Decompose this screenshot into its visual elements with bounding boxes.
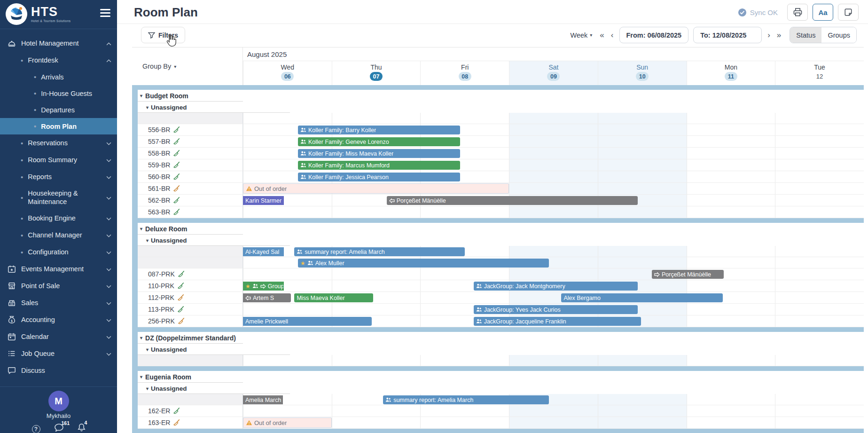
sidebar-item-booking-engine[interactable]: •Booking Engine — [0, 210, 117, 227]
notifications-bell-icon[interactable]: 4 — [78, 423, 86, 433]
sidebar-item-frontdesk[interactable]: •Frontdesk — [0, 52, 117, 69]
sidebar-item-point-of-sale[interactable]: Point of Sale — [0, 277, 117, 294]
to-date-input[interactable]: To: 12/08/2025 — [693, 27, 762, 43]
booking-bar[interactable]: JackGroup: Yves Jack Curios — [474, 305, 638, 314]
sidebar-item-room-plan[interactable]: •Room Plan — [0, 118, 117, 134]
room-timeline[interactable] — [243, 355, 864, 366]
booking-bar[interactable]: Al-Kayed Sal — [243, 247, 284, 256]
nav-first-button[interactable]: « — [599, 31, 605, 40]
toggle-groups[interactable]: Groups — [821, 27, 856, 43]
group-header-dz-doppelzimmer-standard[interactable]: ▾DZ (Doppelzimmer Standard) — [132, 332, 864, 344]
subgroup-header-unassigned[interactable]: ▾Unassigned — [132, 102, 864, 113]
sidebar-item-channel-manager[interactable]: •Channel Manager — [0, 227, 117, 244]
booking-bar[interactable]: summary report: Amelia March — [383, 395, 549, 404]
group-header-budget-room[interactable]: ▾Budget Room — [132, 90, 864, 102]
out-of-order-bar[interactable]: Out of order — [243, 183, 509, 194]
sidebar-item-configuration[interactable]: •Configuration — [0, 244, 117, 260]
text-size-button[interactable]: Aa — [813, 4, 833, 21]
day-header-sun[interactable]: Sun10 — [598, 61, 687, 85]
group-header-eugenia-room[interactable]: ▾Eugenia Room — [132, 371, 864, 383]
day-header-wed[interactable]: Wed06 — [243, 61, 332, 85]
room-timeline[interactable]: Koller Family: Marcus Mumford — [243, 159, 864, 171]
sidebar-item-sales[interactable]: Sales — [0, 294, 117, 311]
room-timeline[interactable]: Amelie PrickwellJackGroup: Jacqueline Fr… — [243, 315, 864, 327]
booking-bar[interactable]: Amelia March — [243, 395, 283, 404]
messages-icon[interactable]: 161 — [55, 424, 63, 433]
hamburger-menu-icon[interactable] — [100, 7, 110, 19]
booking-bar[interactable]: Koller Family: Marcus Mumford — [298, 161, 460, 170]
room-timeline[interactable]: Koller Family: Barry Koller — [243, 124, 864, 136]
sidebar-item-reports[interactable]: •Reports — [0, 168, 117, 185]
booking-bar[interactable]: Artem S — [243, 293, 291, 302]
room-timeline[interactable]: Porçeßet Mänùèlle — [243, 268, 864, 280]
room-timeline[interactable]: Koller Family: Geneve Lorenzo — [243, 136, 864, 148]
booking-bar[interactable]: Alex Bergamo — [561, 293, 722, 302]
booking-label: Koller Family: Jessica Pearson — [308, 174, 389, 181]
sidebar-item-accounting[interactable]: $Accounting — [0, 311, 117, 328]
booking-bar[interactable]: Karin Starmer — [243, 196, 284, 205]
room-timeline[interactable]: ★GroupJackGroup: Jack Montghomery — [243, 280, 864, 292]
room-timeline[interactable]: Out of order — [243, 183, 864, 195]
day-header-tue[interactable]: Tue12 — [775, 61, 864, 85]
booking-bar[interactable]: Porçeßet Mänùèlle — [652, 270, 724, 279]
out-of-order-bar[interactable]: Out of order — [243, 417, 332, 428]
sidebar-item-calendar[interactable]: Calendar — [0, 328, 117, 345]
day-header-sat[interactable]: Sat09 — [509, 61, 598, 85]
sidebar-item-job-queue[interactable]: Job Queue — [0, 345, 117, 362]
room-timeline[interactable]: Out of order — [243, 417, 864, 429]
booking-bar[interactable]: Miss Maeva Koller — [294, 293, 373, 302]
room-timeline[interactable] — [243, 113, 864, 124]
room-timeline[interactable]: Al-Kayed Salsummary report: Amelia March — [243, 246, 864, 257]
booking-bar[interactable]: Koller Family: Geneve Lorenzo — [298, 137, 460, 146]
booking-bar[interactable]: summary report: Amelia March — [294, 247, 464, 256]
booking-bar[interactable]: ★Group — [243, 282, 284, 291]
room-timeline[interactable]: JackGroup: Yves Jack Curios — [243, 304, 864, 315]
booking-bar[interactable]: Koller Family: Barry Koller — [298, 126, 460, 134]
sidebar-item-discuss[interactable]: Discuss — [0, 362, 117, 379]
nav-prev-button[interactable]: ‹ — [610, 31, 615, 40]
logo[interactable]: HTS Hotel & Tourism Solutions — [6, 3, 70, 25]
range-select[interactable]: Week▾ — [571, 31, 593, 39]
help-icon[interactable]: ? — [32, 425, 40, 433]
subgroup-header-unassigned[interactable]: ▾Unassigned — [132, 235, 864, 246]
nav-last-button[interactable]: » — [776, 31, 782, 40]
day-header-thu[interactable]: Thu07 — [332, 61, 421, 85]
room-timeline[interactable] — [243, 405, 864, 417]
room-timeline[interactable]: Amelia Marchsummary report: Amelia March — [243, 394, 864, 405]
room-timeline[interactable]: Karin StarmerPorçeßet Mänùèlle — [243, 195, 864, 206]
group-by-select[interactable]: Group By▾ — [132, 47, 243, 85]
room-timeline[interactable]: ★Alex Muller — [243, 257, 864, 268]
booking-bar[interactable]: ★Alex Muller — [298, 259, 549, 268]
filters-button[interactable]: Filters — [141, 27, 185, 43]
sidebar-item-events-management[interactable]: Events Management — [0, 260, 117, 277]
print-button[interactable] — [787, 4, 808, 21]
sidebar-item-room-summary[interactable]: •Room Summary — [0, 151, 117, 168]
day-header-mon[interactable]: Mon11 — [687, 61, 775, 85]
avatar[interactable]: M — [48, 391, 69, 411]
group-header-deluxe-room[interactable]: ▾Deluxe Room — [132, 223, 864, 235]
sidebar-item-in-house-guests[interactable]: •In-House Guests — [0, 85, 117, 102]
room-timeline[interactable]: Koller Family: Miss Maeva Koller — [243, 148, 864, 159]
booking-bar[interactable]: Koller Family: Jessica Pearson — [298, 173, 460, 181]
booking-bar[interactable]: JackGroup: Jacqueline Franklin — [474, 317, 641, 326]
subgroup-header-unassigned[interactable]: ▾Unassigned — [132, 383, 864, 394]
sidebar-item-reservations[interactable]: •Reservations — [0, 134, 117, 151]
room-timeline[interactable]: Koller Family: Jessica Pearson — [243, 171, 864, 183]
sidebar-item-housekeeping-maintenance[interactable]: •Housekeeping & Maintenance — [0, 185, 117, 210]
subgroup-header-unassigned[interactable]: ▾Unassigned — [132, 344, 864, 355]
message-count-badge: 161 — [62, 420, 70, 426]
sidebar-item-hotel-management[interactable]: Hotel Management — [0, 35, 117, 52]
room-timeline[interactable]: Artem SMiss Maeva KollerAlex Bergamo — [243, 292, 864, 304]
from-date-input[interactable]: From: 06/08/2025 — [619, 27, 689, 43]
notes-button[interactable] — [838, 4, 859, 21]
booking-bar[interactable]: Koller Family: Miss Maeva Koller — [298, 149, 460, 158]
booking-bar[interactable]: Amelie Prickwell — [243, 317, 372, 326]
room-timeline[interactable] — [243, 206, 864, 218]
toggle-status[interactable]: Status — [790, 27, 821, 43]
sidebar-item-arrivals[interactable]: •Arrivals — [0, 69, 117, 85]
day-header-fri[interactable]: Fri08 — [420, 61, 509, 85]
nav-next-button[interactable]: › — [766, 31, 771, 40]
sidebar-item-departures[interactable]: •Departures — [0, 102, 117, 118]
booking-bar[interactable]: JackGroup: Jack Montghomery — [474, 282, 638, 291]
booking-bar[interactable]: Porçeßet Mänùèlle — [387, 196, 638, 205]
